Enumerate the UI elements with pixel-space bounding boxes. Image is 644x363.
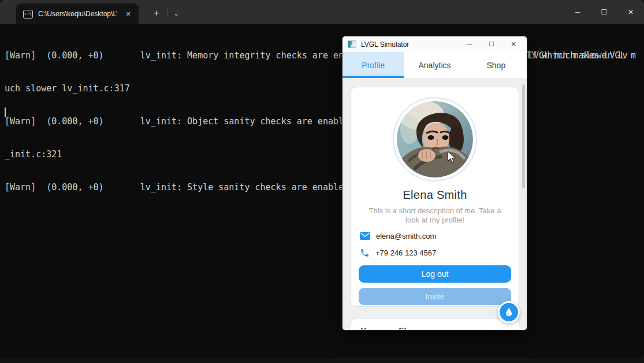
profile-tab-content: Elena Smith This is a short description … xyxy=(343,79,527,329)
terminal-text-cursor xyxy=(5,108,6,117)
tab-profile[interactable]: Profile xyxy=(343,52,404,78)
profile-description: This is a short description of me. Take … xyxy=(362,206,508,224)
log-line: [Warn] (0.000, +0) lv_init: Object sanit… xyxy=(5,116,636,127)
log-line: _init.c:321 xyxy=(5,149,636,160)
log-line: [Warn] (0.000, +0) lv_init: Style sanity… xyxy=(5,182,636,193)
phone-handset-icon xyxy=(360,248,370,258)
maximize-button[interactable]: ☐ xyxy=(483,36,500,52)
simulator-title: LVGL Simulator xyxy=(361,40,456,49)
maximize-button[interactable]: ☐ xyxy=(591,0,617,24)
tab-divider xyxy=(167,8,167,17)
minimize-button[interactable]: ─ xyxy=(461,36,478,52)
terminal-window-controls: ─ ☐ ✕ xyxy=(564,0,644,24)
terminal-tab[interactable]: c:\ C:\Users\keqiu\Desktop\LVGL_ ✕ xyxy=(16,3,139,24)
phone-row: +79 246 123 4567 xyxy=(360,247,519,258)
tab-close-icon[interactable]: ✕ xyxy=(122,8,134,20)
water-drop-icon xyxy=(505,308,513,317)
profile-email: elena@smith.com xyxy=(376,232,436,240)
close-button[interactable]: ✕ xyxy=(505,36,522,52)
terminal-output-area[interactable]: [Warn] (0.000, +0) lv_init: Memory integ… xyxy=(0,24,644,358)
envelope-icon xyxy=(360,232,370,240)
lvgl-simulator-window: LVGL Simulator ─ ☐ ✕ Profile Analytics S… xyxy=(343,36,527,330)
desktop-screen: c:\ C:\Users\keqiu\Desktop\LVGL_ ✕ + ⌄ ─… xyxy=(0,0,644,363)
profile-name: Elena Smith xyxy=(351,188,519,202)
tab-bar: Profile Analytics Shop xyxy=(343,52,527,79)
avatar xyxy=(393,97,477,182)
scrollbar-thumb[interactable] xyxy=(522,84,525,188)
tab-shop[interactable]: Shop xyxy=(466,52,527,78)
profile-card: Elena Smith This is a short description … xyxy=(351,87,519,307)
simulator-titlebar[interactable]: LVGL Simulator ─ ☐ ✕ xyxy=(343,36,527,52)
terminal-window: c:\ C:\Users\keqiu\Desktop\LVGL_ ✕ + ⌄ ─… xyxy=(0,0,644,358)
profile-phone: +79 246 123 4567 xyxy=(375,249,436,257)
avatar-photo xyxy=(397,101,473,177)
minimize-button[interactable]: ─ xyxy=(564,0,591,24)
your-profile-title: Your profile xyxy=(360,327,509,329)
terminal-titlebar[interactable]: c:\ C:\Users\keqiu\Desktop\LVGL_ ✕ + ⌄ ─… xyxy=(0,0,644,24)
log-out-button[interactable]: Log out xyxy=(359,265,511,283)
tab-analytics[interactable]: Analytics xyxy=(404,52,465,78)
command-prompt-icon: c:\ xyxy=(23,10,33,18)
log-line: uch slower lv_init.c:317 xyxy=(5,83,636,94)
close-button[interactable]: ✕ xyxy=(617,0,644,24)
app-window-icon xyxy=(348,40,356,48)
invite-button[interactable]: Invite xyxy=(359,288,511,305)
terminal-tab-title: C:\Users\keqiu\Desktop\LVGL_ xyxy=(38,10,117,18)
log-line-fragment: LVGL much slower lv xyxy=(528,50,628,61)
theme-water-drop-fab[interactable] xyxy=(498,301,520,323)
your-profile-card: Your profile xyxy=(351,318,519,329)
new-tab-button[interactable]: + xyxy=(148,5,165,21)
mouse-cursor-arrow xyxy=(447,151,456,164)
email-row: elena@smith.com xyxy=(360,231,519,241)
tab-dropdown-button[interactable]: ⌄ xyxy=(169,5,184,21)
